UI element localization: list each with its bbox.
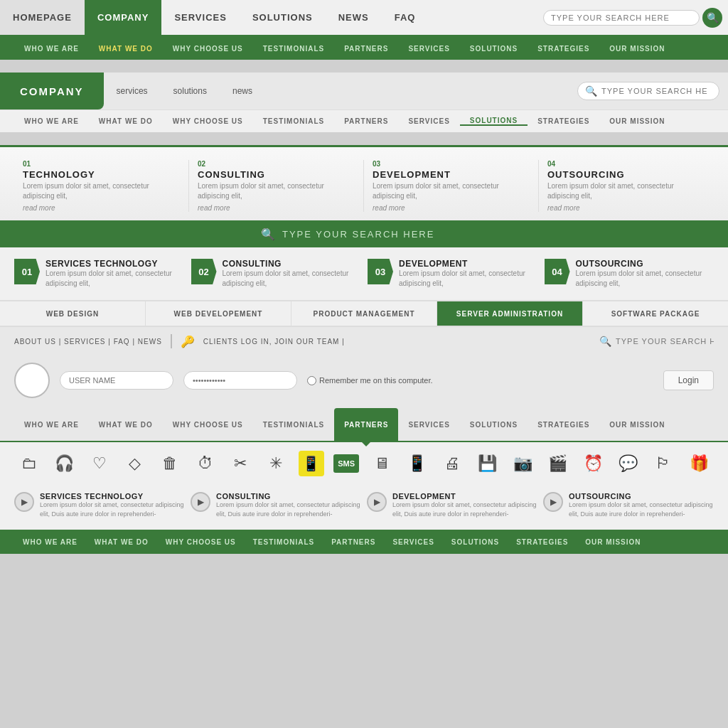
play-btn-3[interactable]: ▶ xyxy=(367,492,387,512)
sn2-strategies[interactable]: STRATEGIES xyxy=(528,117,599,125)
info-num-3: 03 xyxy=(373,160,530,168)
subnav1-solutions[interactable]: SOLUTIONS xyxy=(460,45,528,53)
icon-heart[interactable]: ♡ xyxy=(87,451,112,476)
play-btn-2[interactable]: ▶ xyxy=(191,492,210,512)
icon-video[interactable]: 🎬 xyxy=(545,451,571,476)
sn2-services[interactable]: SERVICES xyxy=(398,117,459,125)
pnav-strategies[interactable]: STRATEGIES xyxy=(528,408,599,441)
subnav1-mission[interactable]: OUR MISSION xyxy=(599,45,675,53)
sn2-who[interactable]: WHO WE ARE xyxy=(14,117,89,125)
icon-asterisk[interactable]: ✳ xyxy=(263,451,289,476)
sn2-mission[interactable]: OUR MISSION xyxy=(599,117,675,125)
read-more-1[interactable]: read more xyxy=(23,204,180,212)
subnav1-why[interactable]: WHY CHOOSE US xyxy=(163,45,253,53)
pnav-partners[interactable]: PARTNERS xyxy=(334,408,398,441)
info-section: 01 TECHNOLOGY Lorem ipsum dolor sit amet… xyxy=(0,145,728,220)
pnav-who[interactable]: WHO WE ARE xyxy=(14,408,89,441)
search-bar3-input[interactable] xyxy=(282,229,467,240)
icon-trash[interactable]: 🗑 xyxy=(157,451,183,476)
icon-clock[interactable]: ⏱ xyxy=(193,451,218,476)
pnav-mission[interactable]: OUR MISSION xyxy=(599,408,675,441)
nav-homepage[interactable]: HOMEPAGE xyxy=(0,0,85,35)
icon-camera[interactable]: 📷 xyxy=(510,451,535,476)
sn2-testimonials[interactable]: TESTIMONIALS xyxy=(253,117,334,125)
subnav1-partners[interactable]: PARTNERS xyxy=(334,45,398,53)
icon-monitor[interactable]: 🖥 xyxy=(369,451,395,476)
pnav-why[interactable]: WHY CHOOSE US xyxy=(163,408,253,441)
remember-label: Remember me on this computer. xyxy=(307,376,433,385)
bottom-title-2: CONSULTING xyxy=(216,492,361,500)
nav2-news[interactable]: news xyxy=(220,73,265,109)
sn2-why[interactable]: WHY CHOOSE US xyxy=(163,117,253,125)
fn-what[interactable]: WHAT WE DO xyxy=(86,538,157,546)
pnav-what[interactable]: WHAT WE DO xyxy=(89,408,163,441)
remember-radio[interactable] xyxy=(307,376,316,385)
login-nav-links[interactable]: ABOUT US | SERVICES | FAQ | NEWS xyxy=(14,338,162,346)
icon-scissors[interactable]: ✂ xyxy=(228,451,253,476)
subnav1-testimonials[interactable]: TESTIMONIALS xyxy=(253,45,334,53)
icon-alarm[interactable]: ⏰ xyxy=(580,451,606,476)
icon-printer[interactable]: 🖨 xyxy=(439,451,465,476)
main-nav[interactable]: HOMEPAGE COMPANY SERVICES SOLUTIONS NEWS… xyxy=(0,0,728,37)
login-button[interactable]: Login xyxy=(663,370,714,390)
nav2-company[interactable]: COMPANY xyxy=(0,73,104,109)
subnav1-strategies[interactable]: STRATEGIES xyxy=(528,45,599,53)
sn2-solutions[interactable]: SOLUTIONS xyxy=(460,117,528,126)
fn-solutions[interactable]: SOLUTIONS xyxy=(443,538,508,546)
icon-folder[interactable]: 🗀 xyxy=(16,451,42,476)
tab-software[interactable]: SOFTWARE PACKAGE xyxy=(583,301,728,326)
bottom-col-2: ▶ CONSULTING Lorem ipsum dolor sit amet,… xyxy=(191,492,361,518)
subnav1-who[interactable]: WHO WE ARE xyxy=(14,45,89,53)
nav-services[interactable]: SERVICES xyxy=(161,0,240,35)
icon-gift[interactable]: 🎁 xyxy=(686,451,712,476)
read-more-3[interactable]: read more xyxy=(373,204,530,212)
nav1-search-input[interactable] xyxy=(551,14,672,22)
nav-faq[interactable]: FAQ xyxy=(382,0,429,35)
subnav1-what[interactable]: WHAT WE DO xyxy=(89,45,163,53)
read-more-4[interactable]: read more xyxy=(547,204,705,212)
sn2-partners[interactable]: PARTNERS xyxy=(334,117,398,125)
fn-services[interactable]: SERVICES xyxy=(384,538,442,546)
tab-web-dev[interactable]: WEB DEVELOPEMENT xyxy=(146,301,291,326)
fn-testimonials[interactable]: TESTIMONIALS xyxy=(245,538,323,546)
pnav-solutions[interactable]: SOLUTIONS xyxy=(460,408,528,441)
icon-headphone[interactable]: 🎧 xyxy=(51,451,77,476)
key-icon: 🔑 xyxy=(181,335,195,348)
tab-server[interactable]: SERVER ADMINISTRATION xyxy=(437,301,583,326)
fn-mission[interactable]: OUR MISSION xyxy=(577,538,649,546)
nav-news[interactable]: NEWS xyxy=(326,0,382,35)
icon-diamond[interactable]: ◇ xyxy=(122,451,148,476)
fn-why[interactable]: WHY CHOOSE US xyxy=(157,538,245,546)
tab-product[interactable]: PRODUCT MANAGEMENT xyxy=(291,301,437,326)
info-num-1: 01 xyxy=(23,160,180,168)
info-text-2: Lorem ipsum dolor sit amet, consectetur … xyxy=(198,181,355,201)
subnav1-services[interactable]: SERVICES xyxy=(398,45,459,53)
nav1-search-button[interactable]: 🔍 xyxy=(702,8,722,28)
search-bar3-icon: 🔍 xyxy=(261,228,275,241)
play-btn-1[interactable]: ▶ xyxy=(14,492,34,512)
read-more-2[interactable]: read more xyxy=(198,204,355,212)
icon-chat[interactable]: 💬 xyxy=(616,451,641,476)
icon-sms[interactable]: SMS xyxy=(333,454,359,473)
password-field[interactable] xyxy=(183,371,297,390)
fn-partners[interactable]: PARTNERS xyxy=(323,538,384,546)
sn2-what[interactable]: WHAT WE DO xyxy=(89,117,163,125)
nav-company[interactable]: COMPANY xyxy=(85,0,161,35)
nav2-solutions[interactable]: solutions xyxy=(161,73,220,109)
pnav-services[interactable]: SERVICES xyxy=(398,408,459,441)
fn-strategies[interactable]: STRATEGIES xyxy=(508,538,577,546)
icon-tablet[interactable]: 📱 xyxy=(404,451,429,476)
icon-floppy[interactable]: 💾 xyxy=(475,451,500,476)
pnav-testimonials[interactable]: TESTIMONIALS xyxy=(253,408,334,441)
nav2-services[interactable]: services xyxy=(104,73,161,109)
username-field[interactable] xyxy=(60,371,173,390)
icon-flag[interactable]: 🏳 xyxy=(651,451,676,476)
arrow-num-1: 01 xyxy=(14,259,40,284)
nav-solutions[interactable]: SOLUTIONS xyxy=(240,0,326,35)
nav2-search-input[interactable] xyxy=(601,87,708,95)
login-search-input[interactable] xyxy=(616,337,714,346)
icon-phone-highlight[interactable]: 📱 xyxy=(299,451,324,476)
play-btn-4[interactable]: ▶ xyxy=(543,492,563,512)
fn-who[interactable]: WHO WE ARE xyxy=(14,538,86,546)
tab-web-design[interactable]: WEB DESIGN xyxy=(0,301,146,326)
